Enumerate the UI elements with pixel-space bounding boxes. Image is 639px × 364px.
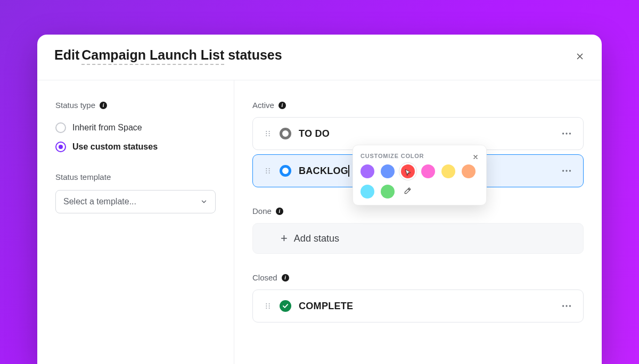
color-swatch-blue[interactable]	[381, 164, 395, 178]
more-menu-button[interactable]	[560, 164, 574, 178]
drag-handle-icon[interactable]	[260, 299, 275, 313]
svg-point-1	[269, 131, 270, 132]
svg-point-19	[269, 303, 270, 304]
svg-point-26	[569, 305, 571, 307]
svg-point-23	[269, 308, 270, 309]
svg-point-10	[269, 168, 270, 169]
status-name: COMPLETE	[299, 301, 353, 312]
radio-inherit-from-space[interactable]: Inherit from Space	[55, 118, 216, 137]
close-icon[interactable]	[575, 52, 585, 61]
info-icon[interactable]: i	[276, 208, 283, 215]
group-closed-text: Closed	[252, 273, 277, 282]
plus-icon: +	[281, 231, 288, 245]
add-status-button[interactable]: + Add status	[252, 223, 584, 254]
svg-point-24	[562, 305, 564, 307]
cursor-icon	[404, 169, 412, 176]
add-status-label: Add status	[294, 233, 339, 244]
status-template-label: Status template	[55, 172, 216, 181]
status-color-icon[interactable]	[280, 165, 291, 177]
svg-point-8	[569, 133, 571, 134]
modal-header: Edit Campaign Launch List statuses	[37, 35, 602, 80]
title-list-name[interactable]: Campaign Launch List	[81, 47, 224, 65]
svg-point-16	[566, 170, 567, 171]
group-done-label: Done i	[252, 206, 584, 216]
status-type-label-text: Status type	[55, 101, 95, 110]
color-swatch-row	[361, 164, 479, 198]
group-done-text: Done	[252, 206, 272, 216]
group-active-label: Active i	[252, 101, 584, 110]
svg-point-11	[266, 170, 267, 171]
eyedropper-icon[interactable]	[401, 185, 414, 197]
title-prefix: Edit	[54, 47, 83, 62]
popover-title: CUSTOMIZE COLOR	[361, 153, 424, 159]
svg-point-2	[266, 133, 267, 134]
svg-point-20	[266, 305, 267, 307]
statuses-main: Active i TO DO BACKLOG	[234, 80, 602, 364]
group-closed-label: Closed i	[252, 273, 584, 282]
radio-label: Inherit from Space	[72, 123, 142, 133]
svg-point-12	[269, 170, 270, 171]
template-placeholder: Select a template...	[63, 197, 136, 206]
svg-point-15	[562, 170, 564, 171]
color-picker-popover: CUSTOMIZE COLOR	[353, 145, 487, 205]
color-swatch-purple[interactable]	[361, 164, 374, 178]
info-icon[interactable]: i	[282, 274, 289, 282]
drag-handle-icon[interactable]	[260, 163, 275, 178]
info-icon[interactable]: i	[278, 102, 286, 109]
color-swatch-cyan[interactable]	[361, 185, 374, 198]
status-name: TO DO	[299, 128, 330, 139]
info-icon[interactable]: i	[100, 102, 107, 109]
drag-handle-icon[interactable]	[260, 126, 275, 141]
status-color-icon[interactable]	[280, 128, 291, 139]
popover-header: CUSTOMIZE COLOR	[361, 153, 479, 159]
chevron-down-icon	[200, 198, 208, 205]
svg-point-6	[562, 133, 564, 134]
svg-point-18	[266, 303, 267, 304]
svg-point-14	[269, 172, 270, 173]
group-active-text: Active	[252, 101, 274, 110]
svg-point-21	[269, 305, 270, 307]
color-swatch-red[interactable]	[401, 164, 415, 178]
color-swatch-pink[interactable]	[421, 164, 435, 178]
status-type-label: Status type i	[55, 101, 216, 110]
edit-statuses-modal: Edit Campaign Launch List statuses Statu…	[37, 35, 602, 364]
svg-point-7	[566, 133, 567, 134]
status-name-input[interactable]: BACKLOG	[299, 166, 348, 177]
modal-body: Status type i Inherit from Space Use cus…	[37, 80, 602, 364]
more-menu-button[interactable]	[560, 127, 574, 140]
svg-point-13	[266, 172, 267, 173]
template-label-text: Status template	[55, 172, 111, 181]
title-suffix: statuses	[224, 47, 282, 62]
radio-use-custom-statuses[interactable]: Use custom statuses	[55, 137, 216, 156]
svg-point-0	[266, 131, 267, 132]
radio-label: Use custom statuses	[72, 142, 158, 152]
more-menu-button[interactable]	[560, 299, 574, 313]
svg-point-25	[566, 305, 567, 307]
status-card-complete[interactable]: COMPLETE	[252, 289, 584, 322]
template-select[interactable]: Select a template...	[55, 190, 216, 213]
color-swatch-green[interactable]	[381, 185, 395, 198]
svg-point-4	[266, 135, 267, 136]
svg-point-9	[266, 168, 267, 169]
svg-point-22	[266, 308, 267, 309]
text-caret	[348, 165, 349, 177]
modal-title: Edit Campaign Launch List statuses	[54, 47, 282, 65]
status-type-radio-group: Inherit from Space Use custom statuses	[55, 118, 216, 156]
svg-point-3	[269, 133, 270, 134]
svg-point-5	[269, 135, 270, 136]
color-swatch-yellow[interactable]	[441, 164, 455, 178]
radio-icon	[55, 142, 66, 152]
svg-point-17	[569, 170, 571, 171]
radio-icon	[55, 122, 66, 133]
status-color-icon[interactable]	[280, 300, 291, 312]
sidebar: Status type i Inherit from Space Use cus…	[37, 80, 234, 364]
color-swatch-coral[interactable]	[462, 164, 476, 178]
close-icon[interactable]	[472, 153, 479, 159]
